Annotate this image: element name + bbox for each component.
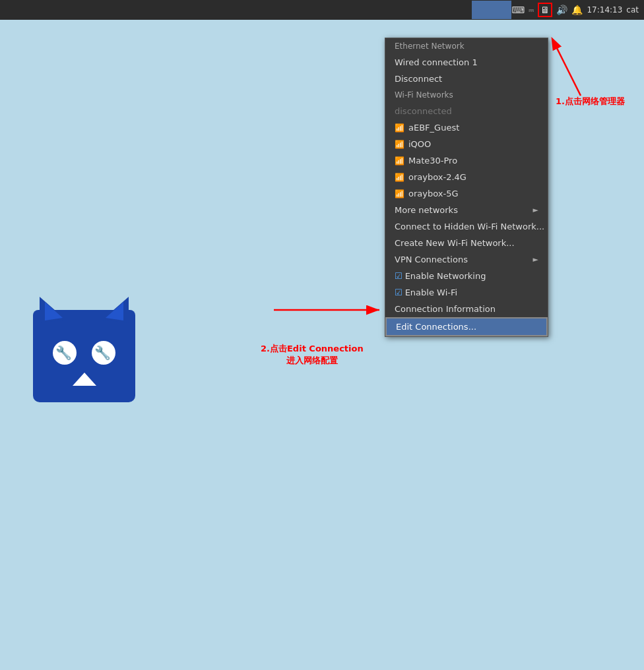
username: cat <box>626 5 639 15</box>
wifi-signal-icon: 📶 <box>395 123 404 133</box>
menu-item-ethernet-network: Ethernet Network <box>385 38 548 54</box>
submenu-arrow-icon: ► <box>533 255 538 264</box>
annotation-arrow-2 <box>271 300 386 320</box>
annotation-step2: 2.点击Edit Connection 进入网络配置 <box>261 343 364 367</box>
menu-item-more-networks[interactable]: More networks ► <box>385 202 548 218</box>
menu-item-connection-info[interactable]: Connection Information <box>385 301 548 317</box>
menu-item-oraybox-5g[interactable]: 📶oraybox-5G <box>385 185 548 202</box>
menu-item-oraybox-24g[interactable]: 📶oraybox-2.4G <box>385 169 548 185</box>
wifi-signal-icon: 📶 <box>395 173 404 182</box>
active-window-button[interactable] <box>472 1 511 19</box>
menu-item-disconnected: disconnected <box>385 103 548 119</box>
keyboard-icon: ⌨ <box>511 5 525 15</box>
wifi-signal-icon: 📶 <box>395 156 404 166</box>
menu-item-edit-connections[interactable]: Edit Connections... <box>385 317 548 336</box>
menu-item-wifi-networks: Wi-Fi Networks <box>385 87 548 103</box>
menu-item-wired-connection[interactable]: Wired connection 1 <box>385 54 548 71</box>
svg-text:🔧: 🔧 <box>94 345 111 361</box>
clock: 17:14:13 <box>587 5 622 15</box>
menu-item-vpn-connections[interactable]: VPN Connections ► <box>385 251 548 268</box>
menu-item-aebf-guest[interactable]: 📶aEBF_Guest <box>385 119 548 136</box>
menu-item-create-new-wifi[interactable]: Create New Wi-Fi Network... <box>385 235 548 251</box>
cat-logo: 🔧 🔧 <box>26 290 142 402</box>
svg-text:🔧: 🔧 <box>55 345 72 361</box>
menu-item-iqoo[interactable]: 📶iQOO <box>385 136 548 152</box>
context-menu: Ethernet Network Wired connection 1 Disc… <box>385 38 548 337</box>
svg-line-1 <box>554 43 581 96</box>
annotation-step1: 1.点击网络管理器 <box>556 96 625 107</box>
volume-icon: 🔊 <box>556 5 567 15</box>
menu-item-disconnect[interactable]: Disconnect <box>385 71 548 87</box>
taskbar: ⌨ ⎓ 🖥 🔊 🔔 17:14:13 cat <box>0 0 644 20</box>
checkbox-checked-icon: ☑ <box>395 271 402 281</box>
taskbar-right: ⌨ ⎓ 🖥 🔊 🔔 17:14:13 cat <box>511 3 644 17</box>
bluetooth-icon: ⎓ <box>529 5 534 15</box>
submenu-arrow-icon: ► <box>533 206 538 214</box>
menu-item-enable-wifi[interactable]: ☑Enable Wi-Fi <box>385 284 548 301</box>
checkbox-checked-icon: ☑ <box>395 288 402 297</box>
network-manager-icon[interactable]: 🖥 <box>538 3 552 17</box>
taskbar-center <box>472 1 511 19</box>
wifi-signal-icon: 📶 <box>395 189 404 198</box>
menu-item-connect-hidden[interactable]: Connect to Hidden Wi-Fi Network... <box>385 218 548 235</box>
notification-icon: 🔔 <box>571 5 583 15</box>
menu-item-enable-networking[interactable]: ☑Enable Networking <box>385 268 548 284</box>
menu-item-mate30-pro[interactable]: 📶Mate30-Pro <box>385 152 548 169</box>
annotation-arrow-1 <box>541 33 600 99</box>
wifi-signal-icon: 📶 <box>395 140 404 149</box>
